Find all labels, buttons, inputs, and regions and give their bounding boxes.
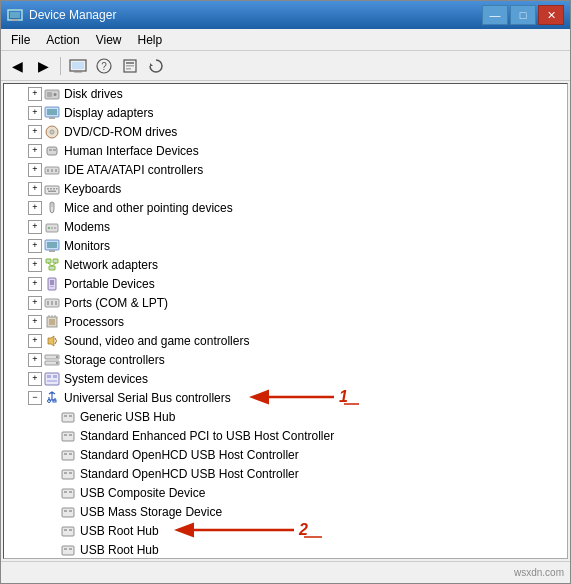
- expand-icon[interactable]: +: [28, 315, 42, 329]
- list-item[interactable]: + IDE ATA/ATAPI controllers: [4, 160, 567, 179]
- svg-rect-100: [69, 548, 72, 550]
- list-item[interactable]: + Ports (COM & LPT): [4, 293, 567, 312]
- list-item[interactable]: + Modems: [4, 217, 567, 236]
- keyboard-icon: [44, 181, 60, 197]
- svg-rect-94: [69, 529, 72, 531]
- expand-icon[interactable]: +: [28, 372, 42, 386]
- list-item[interactable]: USB Composite Device: [4, 483, 567, 502]
- svg-rect-27: [51, 169, 53, 172]
- list-item[interactable]: + Portable Devices: [4, 274, 567, 293]
- window-title: Device Manager: [29, 8, 482, 22]
- list-item[interactable]: + Storage controllers: [4, 350, 567, 369]
- close-button[interactable]: ✕: [538, 5, 564, 25]
- system-icon: [44, 371, 60, 387]
- list-item[interactable]: + Network adapters: [4, 255, 567, 274]
- svg-rect-65: [45, 373, 59, 385]
- list-item[interactable]: + Human Interface Devices: [4, 141, 567, 160]
- expand-icon[interactable]: +: [28, 334, 42, 348]
- expand-icon[interactable]: +: [28, 125, 42, 139]
- svg-rect-56: [49, 319, 55, 325]
- list-item[interactable]: + System devices: [4, 369, 567, 388]
- list-item[interactable]: + Mice and other pointing devices: [4, 198, 567, 217]
- svg-rect-34: [48, 190, 56, 192]
- svg-rect-66: [47, 375, 51, 378]
- expand-icon[interactable]: +: [28, 201, 42, 215]
- svg-rect-53: [51, 301, 53, 305]
- expand-icon[interactable]: +: [28, 239, 42, 253]
- menu-help[interactable]: Help: [130, 31, 171, 49]
- item-label: USB Composite Device: [80, 486, 205, 500]
- expand-icon[interactable]: +: [28, 277, 42, 291]
- expand-icon[interactable]: +: [28, 87, 42, 101]
- device-manager-window: Device Manager — □ ✕ File Action View He…: [0, 0, 571, 584]
- item-label: Ports (COM & LPT): [64, 296, 168, 310]
- svg-rect-31: [50, 188, 52, 190]
- ide-icon: [44, 162, 60, 178]
- svg-rect-52: [47, 301, 49, 305]
- computer-button[interactable]: [66, 54, 90, 78]
- item-label: Universal Serial Bus controllers: [64, 391, 231, 405]
- status-bar: wsxdn.com: [1, 561, 570, 583]
- svg-point-15: [54, 93, 57, 96]
- svg-rect-88: [69, 491, 72, 493]
- usb-root-hub-item[interactable]: USB Root Hub 2: [4, 521, 567, 540]
- list-item[interactable]: + DVD/CD-ROM drives: [4, 122, 567, 141]
- refresh-button[interactable]: [144, 54, 168, 78]
- usb-controllers-item[interactable]: − Universal Serial Bus controllers 1: [4, 388, 567, 407]
- svg-rect-29: [45, 186, 59, 194]
- sound-icon: [44, 333, 60, 349]
- help-button[interactable]: ?: [92, 54, 116, 78]
- expand-icon[interactable]: +: [28, 258, 42, 272]
- menu-action[interactable]: Action: [38, 31, 87, 49]
- list-item[interactable]: + Display adapters: [4, 103, 567, 122]
- svg-rect-41: [47, 242, 57, 248]
- list-item[interactable]: Standard Enhanced PCI to USB Host Contro…: [4, 426, 567, 445]
- list-item[interactable]: Standard OpenHCD USB Host Controller: [4, 464, 567, 483]
- expand-icon[interactable]: −: [28, 391, 42, 405]
- title-bar: Device Manager — □ ✕: [1, 1, 570, 29]
- item-label: Monitors: [64, 239, 110, 253]
- svg-rect-26: [47, 169, 49, 172]
- expand-icon[interactable]: +: [28, 353, 42, 367]
- menu-file[interactable]: File: [3, 31, 38, 49]
- list-item[interactable]: USB Mass Storage Device: [4, 502, 567, 521]
- svg-rect-92: [62, 527, 74, 536]
- list-item[interactable]: + Keyboards: [4, 179, 567, 198]
- expand-icon[interactable]: +: [28, 220, 42, 234]
- forward-button[interactable]: ▶: [31, 54, 55, 78]
- list-item[interactable]: USB Root Hub: [4, 540, 567, 559]
- expand-icon[interactable]: +: [28, 106, 42, 120]
- properties-button[interactable]: [118, 54, 142, 78]
- device-tree[interactable]: + Disk drives + Display adapters + DVD/C…: [3, 83, 568, 559]
- expand-icon[interactable]: +: [28, 144, 42, 158]
- svg-rect-54: [55, 301, 57, 305]
- list-item[interactable]: + Processors: [4, 312, 567, 331]
- list-item[interactable]: Generic USB Hub: [4, 407, 567, 426]
- minimize-button[interactable]: —: [482, 5, 508, 25]
- maximize-button[interactable]: □: [510, 5, 536, 25]
- expand-icon[interactable]: +: [28, 182, 42, 196]
- svg-rect-68: [47, 380, 57, 382]
- list-item[interactable]: + Monitors: [4, 236, 567, 255]
- svg-rect-83: [62, 470, 74, 479]
- item-label: Processors: [64, 315, 124, 329]
- back-button[interactable]: ◀: [5, 54, 29, 78]
- menu-view[interactable]: View: [88, 31, 130, 49]
- svg-rect-70: [53, 400, 56, 402]
- svg-point-39: [54, 227, 56, 229]
- expand-icon[interactable]: +: [28, 163, 42, 177]
- svg-rect-89: [62, 508, 74, 517]
- svg-point-69: [48, 399, 51, 402]
- list-item[interactable]: + Disk drives: [4, 84, 567, 103]
- list-item[interactable]: Standard OpenHCD USB Host Controller: [4, 445, 567, 464]
- list-item[interactable]: + Sound, video and game controllers: [4, 331, 567, 350]
- usb-dev-icon: [60, 504, 76, 520]
- portable-icon: [44, 276, 60, 292]
- item-label: USB Mass Storage Device: [80, 505, 222, 519]
- network-icon: [44, 257, 60, 273]
- hid-icon: [44, 143, 60, 159]
- usb-dev-icon: [60, 409, 76, 425]
- item-label: Storage controllers: [64, 353, 165, 367]
- expand-icon[interactable]: +: [28, 296, 42, 310]
- item-label: USB Root Hub: [80, 543, 159, 557]
